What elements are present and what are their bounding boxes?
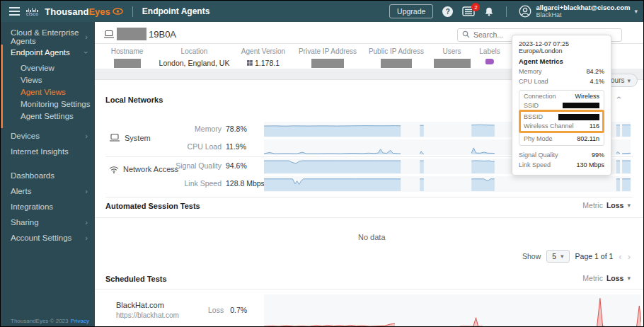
sidebar-item-monitoring-settings[interactable]: Monitoring Settings xyxy=(3,98,95,110)
collapse-section-icon[interactable]: › xyxy=(614,96,623,99)
info-col-hostname: Hostname xyxy=(100,47,154,68)
laptop-icon xyxy=(109,133,120,142)
chevron-down-icon: ▾ xyxy=(634,8,638,15)
sidebar: Cloud & Enterprise Agents› Endpoint Agen… xyxy=(1,22,95,327)
st-metric-dropdown[interactable]: Metric Loss ▾ xyxy=(582,274,631,282)
help-icon[interactable]: ? xyxy=(442,6,453,17)
copyright-text: ThousandEyes © 2023 xyxy=(11,318,69,324)
link-speed-metric: Link Speed 128.8 Mbps xyxy=(161,179,265,188)
chevron-right-icon: › xyxy=(85,132,88,140)
next-page-icon[interactable]: › xyxy=(628,251,631,262)
cpu-load-metric: CPU Load 11.9% xyxy=(161,142,246,151)
tooltip-cpu-value: 4.1% xyxy=(590,78,604,85)
wifi-icon xyxy=(109,166,119,173)
notifications-bell-icon[interactable] xyxy=(484,6,494,17)
agent-name-text: 19B0A xyxy=(149,29,176,40)
caret-down-icon: ▾ xyxy=(627,202,631,209)
page-size-select[interactable]: 5 ▾ xyxy=(546,250,569,263)
privacy-link[interactable]: Privacy xyxy=(71,318,89,324)
cisco-logo: cisco xyxy=(26,8,38,16)
sidebar-item-account-settings[interactable]: Account Settings› xyxy=(1,230,95,246)
sidebar-item-internet-insights[interactable]: Internet Insights xyxy=(1,144,95,159)
navbar-divider xyxy=(506,6,507,17)
upgrade-button[interactable]: Upgrade xyxy=(389,4,433,18)
signal-quality-metric: Signal Quality 94.6% xyxy=(161,161,247,170)
account-org: BlackHat xyxy=(536,11,630,18)
ast-metric-dropdown[interactable]: Metric Loss ▾ xyxy=(582,201,631,210)
hamburger-menu-icon[interactable] xyxy=(9,7,20,16)
info-col-private-ip: Private IP Address xyxy=(295,47,360,68)
redacted-agent-name xyxy=(117,28,146,40)
info-col-public-ip: Public IP Address xyxy=(364,47,429,68)
highlighted-bssid-region: BSSID Wireless Channel116 xyxy=(519,110,604,133)
sidebar-item-alerts[interactable]: Alerts› xyxy=(1,183,95,199)
thousandeyes-app: cisco ThousandEyes Endpoint Agents Upgra… xyxy=(0,0,644,327)
link-speed-sparkline-chart[interactable] xyxy=(264,176,631,192)
scheduled-tests-title: Scheduled Tests xyxy=(105,275,167,283)
windows-icon xyxy=(247,60,253,66)
caret-down-icon: ▾ xyxy=(560,253,564,260)
sidebar-item-cloud-enterprise-agents[interactable]: Cloud & Enterprise Agents› xyxy=(1,29,95,45)
sidebar-item-agent-views[interactable]: Agent Views xyxy=(3,86,95,98)
caret-down-icon: ▾ xyxy=(627,77,631,84)
top-navbar: cisco ThousandEyes Endpoint Agents Upgra… xyxy=(1,1,644,22)
signal-quality-value: 99% xyxy=(592,151,604,159)
tooltip-timestamp: 2023-12-07 07:25 Europe/London xyxy=(519,40,604,54)
scheduled-test-row[interactable]: BlackHat.com https://blackhat.com xyxy=(116,301,179,319)
page-indicator: Page 1 of 1 xyxy=(575,252,614,260)
chevron-right-icon: › xyxy=(85,234,88,242)
redacted-hostname xyxy=(114,59,141,68)
info-col-labels: Labels xyxy=(476,47,504,64)
test-loss-value: Loss 0.7% xyxy=(208,306,247,314)
sidebar-item-sharing[interactable]: Sharing› xyxy=(1,214,95,230)
avatar-icon xyxy=(519,5,531,18)
account-email: allgarci+blackhat@cisco.com xyxy=(536,4,630,11)
connection-value: Wireless xyxy=(575,93,599,100)
sidebar-item-agent-settings[interactable]: Agent Settings xyxy=(3,110,95,122)
sidebar-item-overview[interactable]: Overview xyxy=(3,62,95,74)
loss-timeline-chart[interactable] xyxy=(264,294,641,327)
tooltip-title: Agent Metrics xyxy=(519,57,604,65)
chevron-right-icon: › xyxy=(85,218,88,226)
caret-down-icon: ▾ xyxy=(627,275,631,282)
chevron-down-icon: › xyxy=(82,51,91,54)
chevron-right-icon: › xyxy=(85,187,88,195)
sidebar-group-endpoint-agents: Endpoint Agents› Overview Views Agent Vi… xyxy=(1,45,95,128)
agent-metrics-tooltip: 2023-12-07 07:25 Europe/London Agent Met… xyxy=(512,35,611,176)
label-tag-icon[interactable] xyxy=(485,59,494,64)
info-col-users: Users xyxy=(432,47,471,68)
page-title: Endpoint Agents xyxy=(142,6,210,16)
sidebar-item-integrations[interactable]: Integrations xyxy=(1,199,95,214)
active-alerts-icon[interactable]: 2 xyxy=(462,6,475,16)
navbar-divider xyxy=(132,6,133,17)
redacted-users xyxy=(434,59,471,68)
wireless-channel-value: 116 xyxy=(590,122,599,130)
automated-session-tests-title: Automated Session Tests xyxy=(105,202,200,210)
pagination: Show 5 ▾ Page 1 of 1 ‹ › xyxy=(522,250,631,263)
eye-icon xyxy=(113,8,123,15)
thousandeyes-logo: ThousandEyes xyxy=(45,6,122,17)
sidebar-item-devices[interactable]: Devices› xyxy=(1,128,95,144)
prev-page-icon[interactable]: ‹ xyxy=(619,251,621,262)
redacted-public-ip xyxy=(381,59,412,68)
no-data-message: No data xyxy=(358,233,386,241)
info-col-location: Location London, England, UK xyxy=(157,47,231,67)
connection-details-box: ConnectionWireless SSID BSSID Wireless C… xyxy=(519,90,604,146)
laptop-icon xyxy=(103,30,115,39)
info-col-agent-version: Agent Version 1.178.1 xyxy=(235,47,292,67)
test-url: https://blackhat.com xyxy=(116,311,179,319)
sidebar-item-dashboards[interactable]: Dashboards xyxy=(1,168,95,183)
show-label: Show xyxy=(522,252,541,260)
sidebar-item-views[interactable]: Views xyxy=(3,74,95,86)
sidebar-item-endpoint-agents[interactable]: Endpoint Agents› xyxy=(3,45,95,60)
memory-metric: Memory 78.8% xyxy=(161,125,247,133)
chevron-right-icon: › xyxy=(85,33,88,41)
alerts-count-badge: 2 xyxy=(471,3,480,11)
account-menu[interactable]: allgarci+blackhat@cisco.com BlackHat ▾ xyxy=(519,4,638,18)
phy-mode-value: 802.11n xyxy=(577,135,599,142)
redacted-ssid xyxy=(563,103,599,108)
local-networks-title: Local Networks xyxy=(105,96,163,104)
tooltip-memory-value: 84.2% xyxy=(586,68,604,75)
redacted-bssid xyxy=(558,114,599,120)
test-name[interactable]: BlackHat.com xyxy=(116,301,179,309)
